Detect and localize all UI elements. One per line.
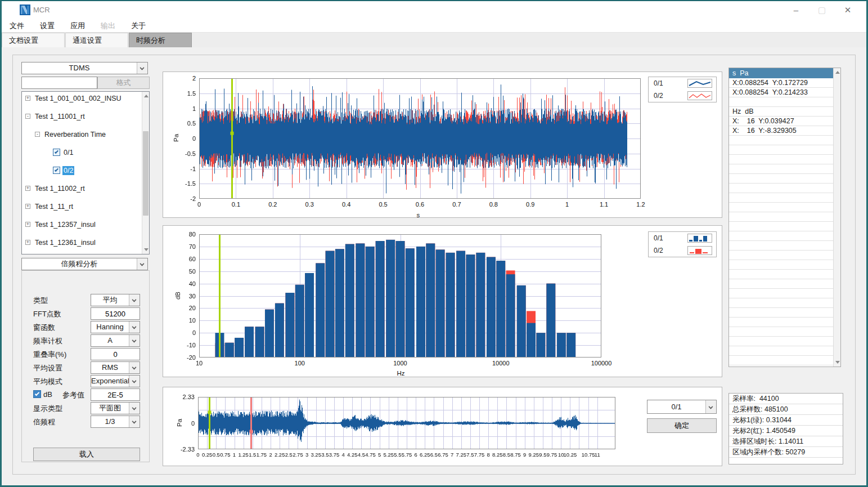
tab-1[interactable]: 通道设置 — [65, 33, 128, 47]
tree-item-2[interactable]: -Reverberation Time — [22, 130, 149, 139]
tree-checkbox[interactable] — [53, 167, 60, 174]
x-tick-label: 100 — [289, 360, 311, 367]
check-icon — [55, 168, 59, 172]
tree-item-4[interactable]: 0/2 — [22, 166, 149, 175]
form-select-6[interactable]: Exponential — [91, 375, 140, 387]
readout-row: X: 16 Y:0.039427 — [729, 117, 840, 126]
readout-row — [729, 97, 840, 107]
x-tick-label: 0.6 — [409, 201, 431, 208]
menu-item-2[interactable]: 应用 — [62, 19, 93, 33]
tree-scrollbar[interactable] — [142, 92, 149, 254]
form-select-value: 平面图 — [91, 403, 129, 414]
y-tick-label: 1 — [173, 105, 196, 112]
readout-row: Hz dB — [729, 107, 840, 117]
x-tick-label: 0.9 — [519, 201, 542, 208]
form-select-8[interactable]: 平面图 — [91, 402, 140, 414]
tree-expander-icon[interactable]: + — [25, 186, 30, 191]
time-waveform-canvas[interactable] — [199, 78, 641, 199]
form-row-0: 类型平均 — [22, 294, 150, 306]
menu-item-1[interactable]: 设置 — [32, 19, 62, 33]
form-select-5[interactable]: RMS — [91, 361, 140, 374]
form-input-7[interactable] — [91, 388, 140, 401]
menu-item-4[interactable]: 关于 — [123, 19, 154, 33]
readout-header: s Pa — [729, 68, 840, 78]
menu-item-3[interactable]: 输出 — [93, 19, 123, 33]
readout-row: X:0.088254 Y:0.214233 — [729, 88, 840, 97]
maximize-button[interactable]: ▢ — [809, 1, 835, 19]
confirm-button[interactable]: 确定 — [647, 418, 717, 433]
y-tick-label: 20 — [173, 305, 196, 311]
db-checkbox-label: dB — [43, 390, 52, 399]
tree-checkbox[interactable] — [53, 149, 60, 156]
legend-row[interactable]: 0/2 — [649, 90, 716, 102]
form-select-value: 1/3 — [91, 416, 129, 427]
scroll-thumb[interactable] — [143, 131, 149, 216]
readout-row — [729, 279, 840, 289]
form-input-4[interactable] — [91, 348, 140, 360]
legend-row[interactable]: 0/2 — [649, 244, 716, 257]
full-record-waveform-canvas[interactable] — [198, 397, 615, 449]
tree-item-6[interactable]: +Test 1_11_rt — [22, 202, 149, 211]
form-label: 重叠率(%) — [33, 350, 66, 360]
x-tick-label: 10 — [188, 360, 210, 367]
tree-expander-icon[interactable]: + — [25, 222, 30, 227]
menu-item-0[interactable]: 文件 — [2, 19, 32, 33]
tree-expander-icon[interactable]: - — [25, 114, 30, 119]
file-format-select[interactable]: TDMS — [21, 62, 148, 74]
octave-spectrum-canvas[interactable] — [199, 234, 601, 358]
window-title: MCR — [33, 6, 50, 14]
stats-row: 光标1(绿): 0.31044 — [729, 415, 843, 426]
channel-select[interactable]: 0/1 — [647, 400, 717, 414]
readout-row — [729, 260, 840, 270]
tab-0[interactable]: 文档设置 — [2, 33, 65, 47]
form-select-9[interactable]: 1/3 — [91, 415, 140, 428]
tab-2[interactable]: 时频分析 — [129, 33, 192, 47]
scroll-up-icon[interactable] — [835, 71, 840, 74]
load-button[interactable]: 载入 — [33, 448, 140, 461]
tree-expander-icon[interactable]: + — [25, 204, 30, 209]
tree-expander-icon[interactable]: + — [25, 96, 30, 101]
form-select-3[interactable]: A — [91, 334, 140, 347]
close-button[interactable]: ✕ — [835, 1, 861, 19]
tree-expander-icon[interactable]: - — [35, 132, 40, 137]
readout-row — [729, 337, 840, 346]
tree-expander-icon[interactable]: + — [25, 240, 30, 245]
format-button[interactable]: 格式 — [97, 77, 150, 89]
x-tick-label: 1 — [556, 201, 578, 208]
y-tick-label: 0 — [173, 329, 196, 336]
form-row-7: dB参考值 — [22, 388, 150, 401]
legend-row[interactable]: 0/1 — [649, 77, 716, 90]
form-row-2: 窗函数Hanning — [22, 321, 150, 333]
tree-item-3[interactable]: 0/1 — [22, 148, 149, 157]
form-row-5: 平均设置RMS — [22, 361, 150, 374]
scroll-up-icon[interactable] — [144, 95, 149, 97]
tree-item-8[interactable]: +Test 1_12361_insul — [22, 238, 149, 247]
stats-row: 采样率: 44100 — [729, 394, 843, 404]
form-label: 平均设置 — [33, 363, 62, 373]
tree-item-5[interactable]: +Test 1_11002_rt — [22, 184, 149, 193]
minimize-button[interactable]: – — [783, 1, 809, 19]
tree-item-1[interactable]: -Test 1_11001_rt — [22, 112, 149, 121]
form-select-2[interactable]: Hanning — [91, 321, 140, 333]
db-checkbox[interactable] — [33, 390, 41, 398]
tree-item-7[interactable]: +Test 1_12357_insul — [22, 220, 149, 229]
readout-scrollbar[interactable] — [833, 68, 840, 367]
form-select-value: Hanning — [91, 321, 129, 333]
y-tick-label: 10 — [173, 317, 196, 324]
stats-row: 总采样数: 485100 — [729, 404, 843, 415]
legend-row[interactable]: 0/1 — [649, 232, 716, 244]
x-tick-label: 1.1 — [593, 201, 615, 208]
tree-item-0[interactable]: +Test 1_001_001_002_INSU — [22, 94, 149, 103]
analysis-type-select[interactable]: 倍频程分析 — [21, 258, 148, 270]
scroll-down-icon[interactable] — [835, 361, 840, 364]
x-tick-label: 0.4 — [335, 201, 358, 208]
y-tick-label: 2.33 — [172, 394, 195, 400]
form-select-0[interactable]: 平均 — [91, 294, 140, 306]
chart-legend: 0/10/2 — [648, 231, 717, 257]
form-input-1[interactable] — [91, 307, 140, 320]
scroll-down-icon[interactable] — [144, 248, 149, 251]
legend-bar-icon — [687, 234, 712, 243]
filter-input[interactable] — [21, 77, 97, 89]
x-axis-label: s — [417, 212, 420, 218]
legend-line-icon — [687, 79, 712, 88]
